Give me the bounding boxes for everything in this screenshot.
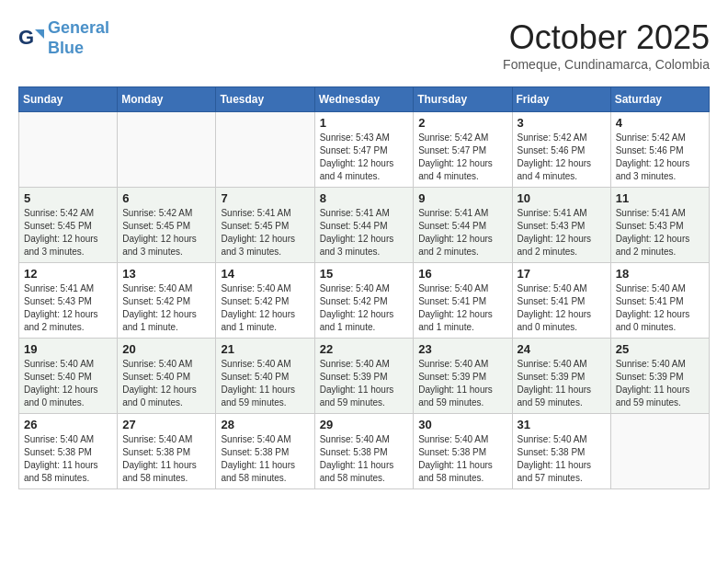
calendar-week-row: 1Sunrise: 5:43 AMSunset: 5:47 PMDaylight… — [19, 112, 710, 188]
calendar-cell: 26Sunrise: 5:40 AMSunset: 5:38 PMDayligh… — [19, 414, 118, 489]
calendar-cell: 21Sunrise: 5:40 AMSunset: 5:40 PMDayligh… — [216, 339, 314, 414]
day-info: Sunrise: 5:40 AMSunset: 5:39 PMDaylight:… — [518, 358, 606, 409]
calendar-cell: 18Sunrise: 5:40 AMSunset: 5:41 PMDayligh… — [610, 263, 709, 339]
calendar-cell: 31Sunrise: 5:40 AMSunset: 5:38 PMDayligh… — [512, 414, 610, 489]
day-info: Sunrise: 5:40 AMSunset: 5:39 PMDaylight:… — [418, 358, 506, 409]
calendar-cell: 17Sunrise: 5:40 AMSunset: 5:41 PMDayligh… — [512, 263, 610, 339]
day-info: Sunrise: 5:40 AMSunset: 5:39 PMDaylight:… — [616, 358, 704, 409]
calendar-cell: 7Sunrise: 5:41 AMSunset: 5:45 PMDaylight… — [216, 188, 314, 263]
calendar-cell: 30Sunrise: 5:40 AMSunset: 5:38 PMDayligh… — [414, 414, 512, 489]
day-number: 1 — [320, 116, 409, 130]
day-number: 3 — [518, 116, 606, 130]
calendar-cell — [19, 112, 118, 188]
day-number: 2 — [418, 116, 506, 130]
day-number: 12 — [24, 267, 112, 281]
calendar-cell: 22Sunrise: 5:40 AMSunset: 5:39 PMDayligh… — [314, 339, 414, 414]
day-number: 6 — [122, 191, 210, 205]
day-info: Sunrise: 5:40 AMSunset: 5:40 PMDaylight:… — [122, 358, 210, 409]
day-info: Sunrise: 5:40 AMSunset: 5:38 PMDaylight:… — [320, 433, 409, 485]
logo-icon: G — [18, 26, 44, 52]
calendar-cell: 15Sunrise: 5:40 AMSunset: 5:42 PMDayligh… — [314, 263, 414, 339]
calendar-cell: 28Sunrise: 5:40 AMSunset: 5:38 PMDayligh… — [216, 414, 314, 489]
day-info: Sunrise: 5:40 AMSunset: 5:41 PMDaylight:… — [518, 282, 606, 334]
day-info: Sunrise: 5:42 AMSunset: 5:45 PMDaylight:… — [122, 207, 210, 259]
day-number: 9 — [418, 191, 506, 205]
calendar-header-row: SundayMondayTuesdayWednesdayThursdayFrid… — [19, 87, 710, 112]
day-info: Sunrise: 5:40 AMSunset: 5:41 PMDaylight:… — [616, 282, 704, 334]
calendar-cell: 3Sunrise: 5:42 AMSunset: 5:46 PMDaylight… — [512, 112, 610, 188]
calendar-cell: 11Sunrise: 5:41 AMSunset: 5:43 PMDayligh… — [610, 188, 709, 263]
day-number: 14 — [221, 267, 309, 281]
calendar-cell: 4Sunrise: 5:42 AMSunset: 5:46 PMDaylight… — [610, 112, 709, 188]
day-info: Sunrise: 5:40 AMSunset: 5:39 PMDaylight:… — [320, 358, 409, 409]
logo-text: General Blue — [48, 18, 109, 58]
day-info: Sunrise: 5:42 AMSunset: 5:47 PMDaylight:… — [418, 132, 506, 183]
day-number: 8 — [320, 191, 409, 205]
svg-text:G: G — [18, 26, 34, 49]
day-info: Sunrise: 5:41 AMSunset: 5:43 PMDaylight:… — [616, 207, 704, 259]
day-info: Sunrise: 5:40 AMSunset: 5:42 PMDaylight:… — [221, 282, 309, 334]
day-number: 25 — [616, 342, 704, 356]
day-number: 23 — [418, 342, 506, 356]
calendar-cell: 16Sunrise: 5:40 AMSunset: 5:41 PMDayligh… — [414, 263, 512, 339]
day-number: 21 — [221, 342, 309, 356]
day-number: 28 — [221, 418, 309, 431]
calendar-cell — [610, 414, 709, 489]
calendar-cell: 2Sunrise: 5:42 AMSunset: 5:47 PMDaylight… — [414, 112, 512, 188]
day-info: Sunrise: 5:40 AMSunset: 5:38 PMDaylight:… — [418, 433, 506, 485]
day-info: Sunrise: 5:40 AMSunset: 5:42 PMDaylight:… — [320, 282, 409, 334]
day-number: 26 — [24, 418, 112, 431]
day-info: Sunrise: 5:40 AMSunset: 5:41 PMDaylight:… — [418, 282, 506, 334]
day-info: Sunrise: 5:42 AMSunset: 5:45 PMDaylight:… — [24, 207, 112, 259]
day-number: 31 — [518, 418, 606, 431]
day-info: Sunrise: 5:41 AMSunset: 5:44 PMDaylight:… — [418, 207, 506, 259]
calendar-cell: 6Sunrise: 5:42 AMSunset: 5:45 PMDaylight… — [118, 188, 216, 263]
calendar-cell: 20Sunrise: 5:40 AMSunset: 5:40 PMDayligh… — [118, 339, 216, 414]
calendar-cell: 1Sunrise: 5:43 AMSunset: 5:47 PMDaylight… — [314, 112, 414, 188]
col-header-friday: Friday — [512, 87, 610, 112]
day-info: Sunrise: 5:40 AMSunset: 5:38 PMDaylight:… — [122, 433, 210, 485]
calendar-week-row: 5Sunrise: 5:42 AMSunset: 5:45 PMDaylight… — [19, 188, 710, 263]
logo: G General Blue — [18, 18, 109, 58]
day-info: Sunrise: 5:40 AMSunset: 5:40 PMDaylight:… — [24, 358, 112, 409]
day-number: 17 — [518, 267, 606, 281]
day-number: 16 — [418, 267, 506, 281]
day-info: Sunrise: 5:40 AMSunset: 5:38 PMDaylight:… — [221, 433, 309, 485]
calendar-cell: 13Sunrise: 5:40 AMSunset: 5:42 PMDayligh… — [118, 263, 216, 339]
day-number: 22 — [320, 342, 409, 356]
calendar-week-row: 12Sunrise: 5:41 AMSunset: 5:43 PMDayligh… — [19, 263, 710, 339]
day-info: Sunrise: 5:40 AMSunset: 5:38 PMDaylight:… — [518, 433, 606, 485]
day-number: 18 — [616, 267, 704, 281]
calendar-cell: 14Sunrise: 5:40 AMSunset: 5:42 PMDayligh… — [216, 263, 314, 339]
calendar-cell: 8Sunrise: 5:41 AMSunset: 5:44 PMDaylight… — [314, 188, 414, 263]
location-subtitle: Fomeque, Cundinamarca, Colombia — [503, 57, 710, 72]
col-header-monday: Monday — [118, 87, 216, 112]
calendar-cell: 9Sunrise: 5:41 AMSunset: 5:44 PMDaylight… — [414, 188, 512, 263]
day-info: Sunrise: 5:43 AMSunset: 5:47 PMDaylight:… — [320, 132, 409, 183]
calendar-cell: 5Sunrise: 5:42 AMSunset: 5:45 PMDaylight… — [19, 188, 118, 263]
day-info: Sunrise: 5:42 AMSunset: 5:46 PMDaylight:… — [518, 132, 606, 183]
day-number: 24 — [518, 342, 606, 356]
col-header-thursday: Thursday — [414, 87, 512, 112]
calendar-cell: 10Sunrise: 5:41 AMSunset: 5:43 PMDayligh… — [512, 188, 610, 263]
page-header: G General Blue October 2025 Fomeque, Cun… — [18, 18, 710, 72]
calendar-cell — [118, 112, 216, 188]
day-number: 27 — [122, 418, 210, 431]
calendar-cell: 24Sunrise: 5:40 AMSunset: 5:39 PMDayligh… — [512, 339, 610, 414]
day-number: 11 — [616, 191, 704, 205]
col-header-wednesday: Wednesday — [314, 87, 414, 112]
day-info: Sunrise: 5:40 AMSunset: 5:40 PMDaylight:… — [221, 358, 309, 409]
calendar-cell: 23Sunrise: 5:40 AMSunset: 5:39 PMDayligh… — [414, 339, 512, 414]
day-number: 10 — [518, 191, 606, 205]
calendar-cell: 25Sunrise: 5:40 AMSunset: 5:39 PMDayligh… — [610, 339, 709, 414]
day-info: Sunrise: 5:42 AMSunset: 5:46 PMDaylight:… — [616, 132, 704, 183]
day-number: 4 — [616, 116, 704, 130]
month-title: October 2025 — [503, 18, 710, 57]
day-number: 13 — [122, 267, 210, 281]
day-number: 5 — [24, 191, 112, 205]
day-number: 15 — [320, 267, 409, 281]
calendar-table: SundayMondayTuesdayWednesdayThursdayFrid… — [18, 86, 710, 489]
calendar-cell: 19Sunrise: 5:40 AMSunset: 5:40 PMDayligh… — [19, 339, 118, 414]
day-number: 20 — [122, 342, 210, 356]
day-info: Sunrise: 5:41 AMSunset: 5:44 PMDaylight:… — [320, 207, 409, 259]
